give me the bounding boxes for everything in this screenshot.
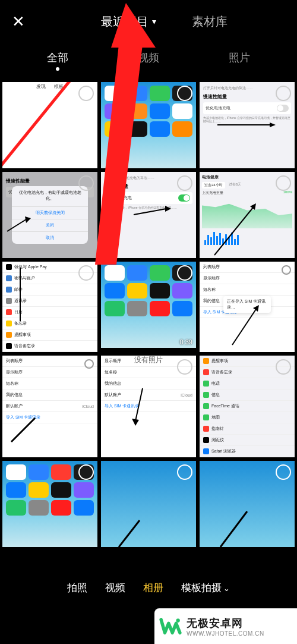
tab-library-label: 素材库 [192,14,228,30]
select-circle-icon[interactable] [177,175,192,191]
media-item[interactable]: 电池健康 过去24小时 过去8天 上次充电至量 100% [200,172,295,258]
svg-line-5 [134,209,166,215]
select-circle-icon[interactable] [276,359,291,375]
no-photo-label: 没有照片 [134,355,163,365]
list-item-label: Safari 浏览器 [211,448,236,454]
chevron-down-icon: ⌄ [222,584,230,593]
tab-library[interactable]: 素材库 [192,0,228,43]
media-item[interactable] [101,82,196,168]
svg-line-13 [135,388,143,421]
media-item[interactable]: 列表顺序 显示顺序 短名称 我的信息 默认账户iCloud 导入 SIM 卡通讯… [2,356,97,457]
list-item-label: 测距仪 [211,437,224,443]
media-grid: 发现 模板 打开后针对电池充电的算法…… 慢速性能量 优化电池充电 为减少电池老… [0,82,297,547]
select-circle-icon[interactable] [276,464,291,480]
media-item[interactable]: 发现 模板 [2,82,97,168]
mode-video[interactable]: 视频 [105,581,125,595]
svg-line-7 [214,208,253,255]
svg-line-10 [232,309,256,345]
media-item[interactable] [101,461,196,547]
select-circle-icon[interactable] [177,464,192,480]
mode-template-label: 模板拍摄 [181,582,222,593]
media-item[interactable]: 打开后针对电池充电的算法…… 慢速性能量 优化电池充电 为减少电池老化，iPho… [200,82,295,168]
svg-point-19 [176,618,180,622]
svg-marker-14 [132,419,139,426]
mode-shoot[interactable]: 拍照 [67,581,87,595]
svg-line-3 [7,219,26,231]
mode-tabs: 拍照 视频 相册 模板拍摄 ⌄ [0,573,297,602]
watermark-title: 无极安卓网 [187,616,264,630]
svg-marker-6 [165,206,171,212]
select-circle-icon[interactable] [177,86,192,101]
list-item-label: FaceTime 通话 [211,403,239,409]
filter-photo[interactable]: 照片 [194,51,285,65]
list-item-label: 提醒事项 [211,358,228,364]
watermark-url: WWW.WJHOTEL.COM.CN [187,630,264,637]
select-circle-icon[interactable] [177,359,192,375]
media-item[interactable]: 慢速性能量 优化电…… 优化电池充电，有助于减缓电池老化。 明天前保持关闭 关闭… [2,172,97,258]
filter-tabs: 全部 视频 照片 [0,43,297,73]
select-circle-icon[interactable] [78,265,94,281]
list-item-label: 指南针 [211,426,224,432]
source-tabs: 最近项目 ▾ 素材库 [43,0,285,43]
media-item[interactable]: 列表顺序 显示顺序 短名称 我的信息 导入 SIM 卡通讯录 正在导入 SIM … [200,262,295,352]
media-item[interactable]: 提醒事项 语音备忘录 电话 信息 FaceTime 通话 地图 指南针 测距仪 … [200,356,295,457]
mode-album[interactable]: 相册 [143,581,163,595]
media-item[interactable]: 0:39 [101,262,196,348]
select-circle-icon[interactable] [276,175,291,191]
tab-recent[interactable]: 最近项目 ▾ [101,0,156,43]
video-duration: 0:39 [180,338,192,345]
svg-line-15 [119,520,140,547]
svg-marker-2 [270,122,276,127]
select-circle-icon[interactable] [78,175,94,191]
chevron-down-icon: ▾ [152,17,156,26]
logo-icon [159,615,182,637]
list-item-label: 电话 [211,381,220,387]
filter-all[interactable]: 全部 [12,51,103,65]
select-circle-icon[interactable] [282,265,291,275]
svg-line-16 [220,511,247,547]
media-item[interactable] [2,461,97,547]
select-circle-icon[interactable] [276,86,291,101]
filter-video[interactable]: 视频 [103,51,194,65]
watermark: 无极安卓网 WWW.WJHOTEL.COM.CN [154,608,297,644]
list-item-label: 信息 [211,392,220,398]
svg-marker-11 [253,305,259,312]
mode-template[interactable]: 模板拍摄 ⌄ [181,581,230,595]
close-icon[interactable]: ✕ [12,12,25,31]
svg-marker-4 [25,216,31,223]
select-circle-icon[interactable] [78,464,94,480]
list-item-label: 语音备忘录 [211,369,232,375]
svg-line-12 [11,418,35,442]
media-item[interactable]: 显示顺序 短名称 我的信息 默认账户iCloud 导入 SIM 卡通讯录 [101,356,196,457]
svg-marker-8 [250,203,256,210]
svg-line-0 [2,82,74,168]
media-item[interactable]: 打开后针对电池充电的算法…… 慢速性能量 优化电池充电 为减少电池老化，iPho… [101,172,196,258]
media-item[interactable] [200,461,295,547]
tab-recent-label: 最近项目 [101,14,148,30]
select-circle-icon[interactable] [177,265,192,281]
list-item-label: 地图 [211,414,220,420]
select-circle-icon[interactable] [78,86,94,101]
select-circle-icon[interactable] [84,359,94,369]
media-item[interactable]: 钱包与 Apple Pay 密码与账户 邮件 通讯录 日历 备忘录 提醒事项 语… [2,262,97,352]
